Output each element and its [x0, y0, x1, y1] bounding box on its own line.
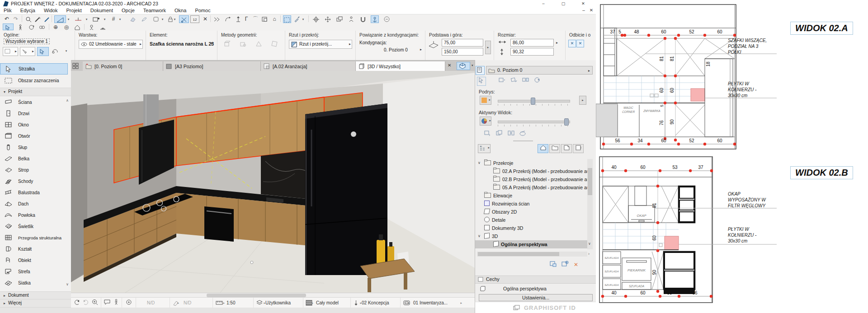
tool-okno[interactable]: Okno — [0, 120, 68, 131]
tree-scroll-right-icon[interactable]: › — [588, 252, 590, 256]
transfer-settings-icon[interactable] — [483, 130, 491, 138]
size-height-input[interactable]: 90,32 — [510, 48, 554, 56]
tab-a02-aranzacja[interactable]: [A.02 Aranżacja] — [261, 61, 356, 71]
tool-siatka[interactable]: Siatka — [0, 278, 68, 289]
project-chooser-icon[interactable] — [476, 66, 485, 75]
selection-mode-toggle[interactable] — [37, 47, 49, 56]
quick-select-magnet-icon[interactable] — [51, 47, 62, 56]
comment-icon[interactable] — [104, 299, 111, 306]
zoom-in-icon[interactable] — [91, 299, 99, 306]
snap-points-caret[interactable]: ▾ — [103, 15, 107, 23]
tool-strefa[interactable]: Strefa — [0, 266, 68, 278]
snap-level-caret[interactable]: ▾ — [85, 15, 89, 23]
layout-book-icon[interactable] — [561, 144, 572, 153]
base-value-input[interactable]: 75,00 — [442, 39, 483, 47]
plan-display-combo[interactable]: Rzut i przekrój...▸ — [289, 40, 352, 49]
tool-sciana[interactable]: Ściana — [0, 97, 68, 108]
tool-otwor[interactable]: Otwór — [0, 131, 68, 142]
group-icon[interactable] — [335, 15, 344, 23]
rotate-view-icon[interactable] — [509, 77, 518, 85]
marquee-settings-combo[interactable]: ▸ — [20, 47, 35, 56]
tree-item-elewacje[interactable]: Elewacje — [475, 192, 587, 200]
fillet-icon[interactable]: ⌒ — [251, 15, 259, 23]
tree-scroll-down-icon[interactable]: ∨ — [588, 242, 591, 246]
tree-vscrollbar[interactable] — [587, 159, 593, 249]
doc-close-button[interactable]: ✕ — [588, 8, 595, 13]
favorites-caret[interactable]: ▾ — [160, 15, 165, 23]
selection-caret[interactable]: ▾ — [64, 47, 68, 55]
explore-icon[interactable] — [38, 23, 46, 30]
tree-item-przekroje[interactable]: ∨Przekroje — [475, 159, 587, 167]
walk-mode-icon[interactable] — [16, 23, 24, 30]
geometry-method-1-icon[interactable] — [223, 41, 231, 49]
camera-icon[interactable] — [87, 23, 95, 30]
corner-icon[interactable]: Γ — [242, 15, 250, 23]
view-map-icon[interactable] — [549, 144, 560, 153]
active-view-slider[interactable] — [498, 121, 570, 123]
menu-dokument[interactable]: Dokument — [87, 7, 117, 14]
active-view-swatch[interactable]: ▸ — [480, 117, 491, 126]
settings-button[interactable]: Ustawienia... — [479, 294, 593, 301]
magnet-icon[interactable] — [359, 15, 367, 23]
palette-drag-handle[interactable] — [513, 140, 533, 141]
layer-combo[interactable]: 02 Umeblowanie - stałe▸ — [79, 40, 143, 49]
size-width-input[interactable]: 86,00 — [510, 39, 554, 47]
story-caret[interactable]: ▸ — [420, 47, 422, 51]
tool-swietlik[interactable]: Świetlik — [0, 221, 68, 233]
arrow-mode-icon[interactable] — [3, 23, 14, 30]
arrow-settings-combo[interactable]: ▸ — [3, 47, 18, 56]
story-value[interactable]: 0. Poziom 0 — [384, 47, 408, 52]
element-caret[interactable]: ▸ — [211, 41, 213, 45]
view-mode-3d-icon[interactable] — [457, 62, 470, 70]
tool-slup[interactable]: Słup — [0, 142, 68, 154]
element-value[interactable]: Szafka ścienna narożna L 23 — [150, 41, 214, 47]
pen-plus-icon[interactable] — [42, 15, 51, 23]
marquee-tool-icon[interactable] — [283, 15, 291, 23]
story-dropdown[interactable]: 0. Poziom 0 ▸ — [486, 66, 593, 75]
tree-item-02b-przekroj[interactable]: 02.B Przekrój (Model - przebudowanie aut… — [475, 175, 587, 183]
menu-edycja[interactable]: Edycja — [17, 7, 39, 14]
tool-belka[interactable]: Belka — [0, 154, 68, 165]
tree-item-detale[interactable]: Detale — [475, 216, 587, 224]
tab-overview-icon[interactable] — [72, 62, 81, 70]
toolbox-section-more[interactable]: ▸Więcej — [0, 299, 71, 308]
tool-balustrada[interactable]: Balustrada — [0, 187, 68, 199]
tool-arrow[interactable]: Strzałka — [0, 63, 68, 75]
tab-poziom-0[interactable]: [0. Poziom 0] — [83, 61, 163, 71]
redo-icon[interactable]: ↷ — [12, 15, 20, 23]
viewport-hscroll-thumb[interactable] — [207, 294, 306, 297]
geometry-method-4-icon[interactable] — [270, 41, 278, 49]
save-view-icon[interactable] — [549, 261, 557, 269]
tool-obiekt[interactable]: Obiekt — [0, 255, 68, 266]
tool-powloka[interactable]: Powłoka — [0, 210, 68, 221]
tab-3d-wszystko[interactable]: [3D / Wszystko] — [356, 61, 445, 71]
split-icon[interactable] — [212, 15, 221, 23]
brush-icon[interactable] — [293, 15, 301, 23]
pan-zoom-icon[interactable] — [477, 77, 486, 86]
tool-strop[interactable]: Strop — [0, 165, 68, 176]
tree-item-rozwiniecia[interactable]: Rozwinięcia ścian — [475, 200, 587, 208]
tree-item-05a-przekroj[interactable]: 05.A Przekrój (Model - przebudowanie aut… — [475, 183, 587, 192]
tool-schody[interactable]: Schody — [0, 176, 68, 187]
tree-item-dokumenty-3d[interactable]: Dokumenty 3D — [475, 224, 587, 232]
mirror-y-icon[interactable]: ✕ — [576, 40, 584, 47]
person-icon[interactable] — [347, 15, 355, 23]
toolbox-scroll-up-icon[interactable]: ∧ — [66, 98, 71, 103]
minimize-button[interactable]: – — [533, 0, 553, 7]
tree-item-02a-przekroj[interactable]: 02.A Przekrój (Model - przebudowanie aut… — [475, 167, 587, 175]
duplicate-view-icon[interactable] — [495, 130, 503, 138]
doc-minimize-button[interactable]: – — [580, 8, 587, 13]
tree-item-3d[interactable]: ∨3D — [475, 232, 587, 240]
measure-icon[interactable]: 12 — [190, 15, 199, 23]
new-view-icon[interactable] — [561, 261, 569, 269]
tree-item-obszary-2d[interactable]: Obszary 2D — [475, 208, 587, 216]
mirror-view-icon[interactable] — [521, 77, 529, 85]
geometry-method-2-icon[interactable] — [239, 41, 247, 49]
project-map-icon[interactable] — [538, 144, 548, 153]
tool-ksztalt[interactable]: Kształt — [0, 244, 68, 255]
compare-views-icon[interactable] — [507, 130, 515, 138]
favorites-icon[interactable] — [152, 15, 160, 23]
grid-snap-icon[interactable]: # — [109, 15, 118, 23]
nav-forward-icon[interactable] — [82, 299, 90, 306]
stretch-column-icon[interactable] — [234, 15, 242, 23]
